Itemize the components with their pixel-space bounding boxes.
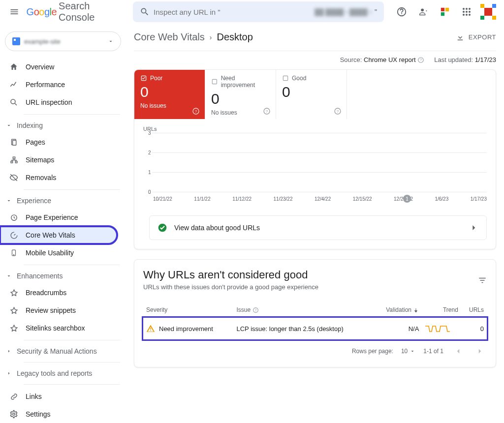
sort-desc-icon xyxy=(413,307,419,313)
col-urls[interactable]: URLs xyxy=(461,302,487,318)
rows-per-page-select[interactable]: 10 xyxy=(401,348,415,355)
source-label: Source: Chrome UX report ? xyxy=(340,56,425,63)
svg-rect-3 xyxy=(445,8,449,11)
chevron-right-icon xyxy=(469,223,478,233)
help-icon[interactable]: ? xyxy=(192,107,200,115)
check-circle-icon xyxy=(158,223,167,233)
svg-point-8 xyxy=(469,8,471,10)
breadcrumb-current: Desktop xyxy=(217,31,252,43)
issues-table: Severity Issue ? Validation Trend URLs N… xyxy=(143,302,487,339)
sidebar-item-mobile-usability[interactable]: Mobile Usability xyxy=(0,244,117,262)
chevron-down-icon xyxy=(108,38,114,44)
help-icon[interactable]: ? xyxy=(334,107,342,115)
sidebar-item-page-experience[interactable]: Page Experience xyxy=(0,209,117,226)
svg-point-9 xyxy=(463,11,465,13)
svg-rect-4 xyxy=(441,12,444,16)
account-avatar[interactable] xyxy=(478,2,498,22)
pager: Rows per page: 10 1-1 of 1 xyxy=(143,344,487,358)
breadcrumb-parent[interactable]: Core Web Vitals xyxy=(134,31,205,43)
sidebar-section-security[interactable]: Security & Manual Actions xyxy=(0,343,126,359)
sidebar-item-review-snippets[interactable]: Review snippets xyxy=(0,302,117,319)
svg-text:?: ? xyxy=(254,308,256,312)
svg-rect-48 xyxy=(150,328,151,330)
view-good-urls-row[interactable]: View data about good URLs xyxy=(149,215,487,240)
svg-point-13 xyxy=(466,14,468,16)
col-issue[interactable]: Issue ? xyxy=(234,302,374,318)
svg-point-7 xyxy=(466,8,468,10)
hamburger-menu[interactable] xyxy=(6,2,23,22)
svg-rect-16 xyxy=(480,4,484,8)
filter-icon[interactable] xyxy=(478,276,487,285)
svg-rect-21 xyxy=(12,37,20,45)
sidebar-item-url-inspection[interactable]: URL inspection xyxy=(0,93,117,111)
search-input[interactable] xyxy=(154,8,315,16)
product-logo[interactable]: Google Search Console xyxy=(27,0,112,23)
chevron-right-icon xyxy=(6,370,12,376)
prev-page-button[interactable] xyxy=(451,344,465,358)
notification-icon[interactable] xyxy=(435,2,455,22)
col-validation[interactable]: Validation xyxy=(374,302,422,318)
issues-title: Why URLs aren't considered good xyxy=(143,269,487,281)
property-label: example-site xyxy=(24,38,104,45)
svg-point-14 xyxy=(469,14,471,16)
chevron-down-icon xyxy=(410,348,415,354)
sidebar-section-enhancements[interactable]: Enhancements xyxy=(0,268,126,284)
col-severity[interactable]: Severity xyxy=(143,302,234,318)
status-chart-card: Poor 0 No issues ? Need improvement 0 No… xyxy=(134,69,496,249)
svg-text:?: ? xyxy=(195,109,197,114)
sidebar-section-experience[interactable]: Experience xyxy=(0,193,126,209)
search-icon xyxy=(140,7,150,17)
sidebar-section-legacy[interactable]: Legacy tools and reports xyxy=(0,365,126,381)
sidebar-item-sitemaps[interactable]: Sitemaps xyxy=(0,151,117,169)
breadcrumb: Core Web Vitals › Desktop EXPORT xyxy=(134,24,496,51)
export-button[interactable]: EXPORT xyxy=(456,33,496,42)
table-row[interactable]: Need improvement LCP issue: longer than … xyxy=(143,318,487,340)
svg-rect-26 xyxy=(13,157,15,159)
sidebar-item-sitelinks-searchbox[interactable]: Sitelinks searchbox xyxy=(0,319,117,337)
svg-rect-2 xyxy=(441,8,444,11)
col-trend[interactable]: Trend xyxy=(422,302,461,318)
sidebar-item-pages[interactable]: Pages xyxy=(0,133,117,151)
chevron-right-icon xyxy=(6,348,12,354)
chevron-down-icon xyxy=(6,122,12,128)
svg-point-6 xyxy=(463,8,465,10)
next-page-button[interactable] xyxy=(473,344,487,358)
status-tab-good[interactable]: Good 0 ? xyxy=(276,70,347,119)
svg-point-1 xyxy=(421,8,424,11)
help-icon[interactable] xyxy=(392,2,411,22)
help-icon[interactable]: ? xyxy=(417,57,424,63)
svg-text:?: ? xyxy=(337,109,339,114)
sidebar-item-breadcrumbs[interactable]: Breadcrumbs xyxy=(0,284,117,302)
svg-text:?: ? xyxy=(420,58,422,61)
issues-card: Why URLs aren't considered good URLs wit… xyxy=(134,259,496,367)
svg-rect-42 xyxy=(283,76,287,80)
chevron-right-icon: › xyxy=(210,33,212,41)
product-name: Search Console xyxy=(59,0,112,23)
help-icon[interactable]: ? xyxy=(252,307,259,313)
sidebar-item-settings[interactable]: Settings xyxy=(0,405,117,423)
status-tab-poor[interactable]: Poor 0 No issues ? xyxy=(134,70,205,119)
help-icon[interactable]: ? xyxy=(263,107,271,115)
svg-rect-25 xyxy=(12,140,16,145)
sidebar-section-indexing[interactable]: Indexing xyxy=(0,118,126,133)
chevron-down-icon xyxy=(6,273,12,279)
sidebar-item-core-web-vitals[interactable]: Core Web Vitals xyxy=(0,226,117,244)
svg-rect-19 xyxy=(480,16,484,20)
sidebar-item-overview[interactable]: Overview xyxy=(0,58,117,76)
sidebar-item-performance[interactable]: Performance xyxy=(0,76,117,93)
urls-chart: 321010/21/2211/1/2211/12/2211/23/2212/4/… xyxy=(148,133,487,202)
svg-point-33 xyxy=(13,413,15,416)
sidebar-item-removals[interactable]: Removals xyxy=(0,169,117,186)
property-selector[interactable]: example-site xyxy=(5,31,121,51)
svg-rect-18 xyxy=(484,8,492,16)
url-search-bar[interactable]: ██ ████ ▪ ████ ▪ " xyxy=(133,1,384,22)
svg-rect-5 xyxy=(445,12,449,16)
users-icon[interactable] xyxy=(413,2,433,22)
status-tab-need-improvement[interactable]: Need improvement 0 No issues ? xyxy=(205,70,276,119)
svg-text:?: ? xyxy=(266,109,268,114)
page-range: 1-1 of 1 xyxy=(423,348,443,355)
issues-subtitle: URLs with these issues don't provide a g… xyxy=(143,283,487,291)
apps-icon[interactable] xyxy=(457,2,476,22)
chart-title: URLs xyxy=(143,126,487,132)
sidebar-item-links[interactable]: Links xyxy=(0,388,117,405)
